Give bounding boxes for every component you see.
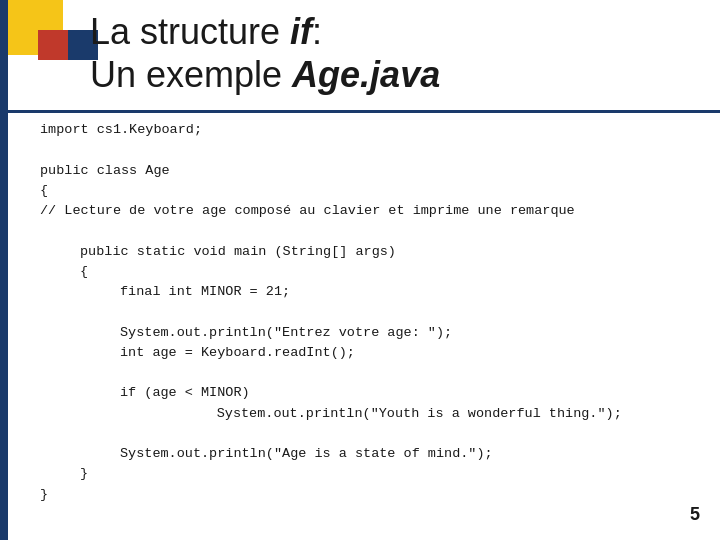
- separator-line: [8, 110, 720, 113]
- code-line-14: }: [40, 485, 710, 505]
- title-line-1: La structure if:: [90, 10, 700, 53]
- code-block: import cs1.Keyboard; public class Age { …: [40, 120, 710, 505]
- code-line-11: System.out.println("Youth is a wonderful…: [40, 404, 710, 424]
- code-line-blank-3: [40, 302, 710, 322]
- code-line-6: {: [40, 262, 710, 282]
- code-line-blank-2: [40, 221, 710, 241]
- red-square: [38, 30, 68, 60]
- title-prefix-1: La structure: [90, 11, 290, 52]
- code-line-blank-5: [40, 424, 710, 444]
- title-suffix-1: :: [312, 11, 322, 52]
- code-line-2: public class Age: [40, 161, 710, 181]
- code-line-4: // Lecture de votre age composé au clavi…: [40, 201, 710, 221]
- code-line-blank-1: [40, 140, 710, 160]
- code-line-9: int age = Keyboard.readInt();: [40, 343, 710, 363]
- code-line-8: System.out.println("Entrez votre age: ")…: [40, 323, 710, 343]
- title-line-2: Un exemple Age.java: [90, 53, 700, 96]
- slide: La structure if: Un exemple Age.java imp…: [0, 0, 720, 540]
- code-line-12: System.out.println("Age is a state of mi…: [40, 444, 710, 464]
- title-keyword: if: [290, 11, 312, 52]
- title-prefix-2: Un exemple: [90, 54, 292, 95]
- code-line-5: public static void main (String[] args): [40, 242, 710, 262]
- code-line-1: import cs1.Keyboard;: [40, 120, 710, 140]
- code-line-13: }: [40, 464, 710, 484]
- slide-header: La structure if: Un exemple Age.java: [90, 10, 700, 96]
- code-line-blank-4: [40, 363, 710, 383]
- left-accent-bar: [0, 0, 8, 540]
- code-line-10: if (age < MINOR): [40, 383, 710, 403]
- title-filename: Age.java: [292, 54, 440, 95]
- page-number: 5: [690, 504, 700, 525]
- code-line-3: {: [40, 181, 710, 201]
- top-decoration: [8, 0, 63, 55]
- code-line-7: final int MINOR = 21;: [40, 282, 710, 302]
